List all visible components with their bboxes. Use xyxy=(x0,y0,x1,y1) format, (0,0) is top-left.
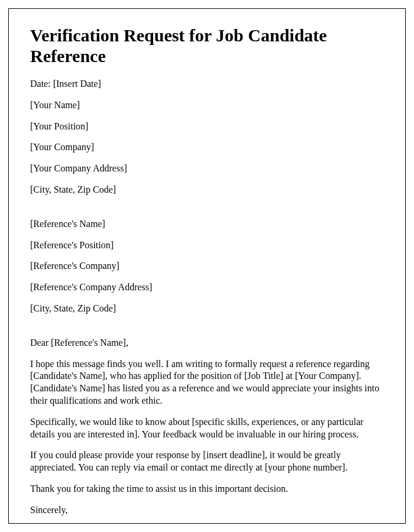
paragraph-4: Thank you for taking the time to assist … xyxy=(30,483,384,495)
sender-city-state-zip: [City, State, Zip Code] xyxy=(30,184,384,196)
document-title: Verification Request for Job Candidate R… xyxy=(30,25,384,66)
recipient-company: [Reference's Company] xyxy=(30,260,384,273)
recipient-name: [Reference's Name] xyxy=(30,218,384,231)
date-line: Date: [Insert Date] xyxy=(30,78,384,90)
sender-address: [Your Company Address] xyxy=(30,163,384,175)
salutation: Dear [Reference's Name], xyxy=(30,337,384,349)
sender-position: [Your Position] xyxy=(30,121,384,133)
recipient-position: [Reference's Position] xyxy=(30,239,384,252)
paragraph-1: I hope this message finds you well. I am… xyxy=(30,358,384,407)
document-page: Verification Request for Job Candidate R… xyxy=(8,8,406,524)
paragraph-3: If you could please provide your respons… xyxy=(30,449,384,474)
recipient-address: [Reference's Company Address] xyxy=(30,281,384,294)
paragraph-2: Specifically, we would like to know abou… xyxy=(30,416,384,441)
sender-name: [Your Name] xyxy=(30,99,384,112)
section-spacer xyxy=(30,324,384,337)
recipient-city-state-zip: [City, State, Zip Code] xyxy=(30,303,384,315)
section-spacer xyxy=(30,205,384,218)
sender-company: [Your Company] xyxy=(30,141,384,154)
closing: Sincerely, xyxy=(30,504,384,517)
